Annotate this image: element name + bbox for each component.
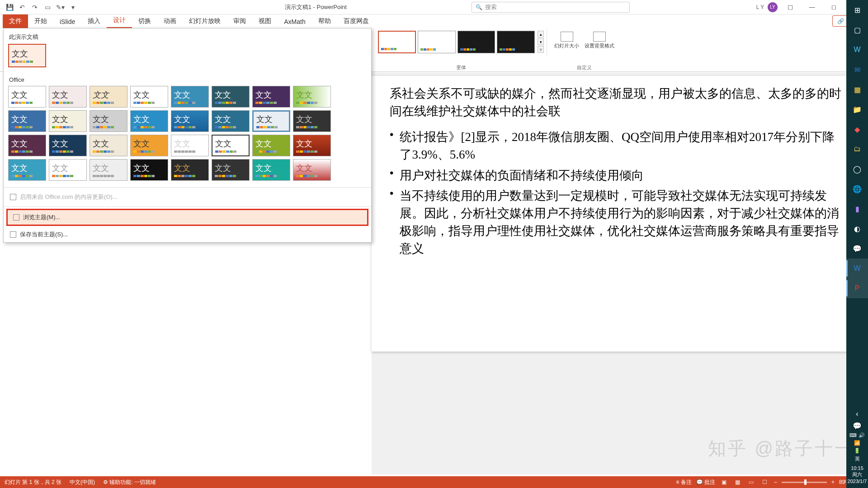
tray-battery-icon[interactable]: 🔋	[854, 447, 860, 455]
theme-thumb-current[interactable]: 文文	[8, 44, 46, 67]
theme-thumb[interactable]: 文文	[130, 159, 168, 181]
avatar[interactable]: LY	[768, 2, 778, 12]
theme-thumb[interactable]: 文文	[293, 159, 331, 181]
tab-animation[interactable]: 动画	[157, 14, 183, 28]
tray-input-volume[interactable]: ⌨ 🔊	[849, 432, 864, 439]
theme-thumb[interactable]: 文文	[212, 135, 250, 156]
theme-thumb[interactable]: 文文	[49, 110, 87, 132]
view-slideshow-icon[interactable]: ☐	[760, 478, 769, 486]
theme-thumb[interactable]: 文文	[130, 86, 168, 108]
variant-thumb-1[interactable]	[378, 31, 416, 53]
theme-thumb[interactable]: 文文	[49, 86, 87, 108]
tab-islide[interactable]: iSlide	[53, 15, 81, 28]
theme-thumb[interactable]: 文文	[293, 135, 331, 156]
taskbar-word2-icon[interactable]: W	[846, 258, 868, 278]
tab-design[interactable]: 设计	[107, 14, 132, 28]
theme-thumb[interactable]: 文文	[212, 110, 250, 132]
dd-browse-themes[interactable]: 浏览主题(M)...	[6, 209, 368, 226]
tab-review[interactable]: 审阅	[227, 14, 252, 28]
theme-thumb[interactable]: 文文	[8, 135, 46, 156]
theme-thumb[interactable]: 文文	[90, 86, 127, 108]
status-notes[interactable]: ≡ 备注	[676, 479, 691, 486]
status-comments[interactable]: 💬 批注	[696, 479, 715, 486]
maximize-icon[interactable]: ◻	[825, 1, 843, 14]
tab-file[interactable]: 文件	[3, 14, 28, 28]
view-sorter-icon[interactable]: ▦	[733, 478, 742, 486]
slide-size-button[interactable]: 幻灯片大小	[553, 31, 580, 50]
ribbon-display-icon[interactable]: ▢	[781, 1, 799, 14]
taskbar-clock[interactable]: 10:15 周六 2023/1/7	[848, 463, 867, 486]
variant-thumb-3[interactable]	[458, 31, 495, 53]
tray-overflow-icon[interactable]: ‹	[846, 408, 868, 420]
theme-thumb[interactable]: 文文	[8, 86, 46, 108]
variant-scroll-up-icon[interactable]: ▴	[538, 31, 544, 38]
view-normal-icon[interactable]: ▣	[720, 478, 729, 486]
theme-thumb[interactable]: 文文	[252, 110, 290, 132]
background-format-button[interactable]: 设置背景格式	[584, 31, 615, 50]
tray-wifi-icon[interactable]: 📶	[854, 439, 860, 447]
tab-baidu[interactable]: 百度网盘	[337, 14, 375, 28]
zoom-in-icon[interactable]: +	[831, 479, 835, 485]
tab-view[interactable]: 视图	[252, 14, 278, 28]
theme-thumb[interactable]: 文文	[293, 86, 331, 108]
theme-thumb[interactable]: 文文	[293, 110, 331, 132]
zoom-out-icon[interactable]: −	[774, 479, 777, 485]
theme-thumb[interactable]: 文文	[8, 159, 46, 181]
zoom-slider[interactable]	[782, 482, 827, 483]
theme-thumb[interactable]: 文文	[252, 86, 290, 108]
status-language[interactable]: 中文(中国)	[70, 479, 95, 486]
tab-home[interactable]: 开始	[28, 14, 53, 28]
theme-thumb[interactable]: 文文	[49, 159, 87, 181]
theme-thumb[interactable]: 文文	[171, 135, 209, 156]
variant-more-icon[interactable]: ▿	[538, 46, 544, 53]
taskbar-purple-icon[interactable]: ▮	[846, 199, 868, 219]
taskbar-chrome-icon[interactable]: 🌐	[846, 179, 868, 199]
tab-slideshow[interactable]: 幻灯片放映	[183, 14, 227, 28]
tab-axmath[interactable]: AxMath	[278, 15, 311, 28]
save-icon[interactable]: 💾	[4, 1, 15, 13]
theme-thumb[interactable]: 文文	[212, 86, 250, 108]
taskbar-chrome-white-icon[interactable]: ◯	[846, 159, 868, 179]
theme-thumb[interactable]: 文文	[171, 110, 209, 132]
status-accessibility[interactable]: ⚙ 辅助功能: 一切就绪	[103, 479, 156, 486]
theme-thumb[interactable]: 文文	[90, 159, 127, 181]
tab-transition[interactable]: 切换	[132, 14, 157, 28]
taskbar-explorer-icon[interactable]: 📁	[846, 99, 868, 119]
variant-scroll-down-icon[interactable]: ▾	[538, 38, 544, 45]
start-icon[interactable]: ⊞	[846, 0, 868, 20]
theme-thumb[interactable]: 文文	[252, 135, 290, 156]
taskbar-powerpoint-icon[interactable]: P	[846, 278, 868, 298]
taskbar-sticky-icon[interactable]: ▦	[846, 80, 868, 99]
theme-thumb[interactable]: 文文	[130, 110, 168, 132]
taskbar-app-red-icon[interactable]: ◆	[846, 119, 868, 139]
redo-icon[interactable]: ↷	[29, 1, 41, 13]
taskbar-word-icon[interactable]: W	[846, 40, 868, 60]
taskbar-wechat-icon[interactable]: 💬	[846, 239, 868, 258]
theme-thumb[interactable]: 文文	[171, 86, 209, 108]
slide-canvas[interactable]: 系社会关系不可或缺的媒介，然而社交逐渐显现，用户被太多的信息、太多的多的时间在线…	[372, 76, 861, 352]
theme-thumb[interactable]: 文文	[130, 135, 168, 156]
variant-thumb-2[interactable]	[418, 31, 456, 53]
search-input[interactable]: 搜索	[472, 2, 630, 13]
view-reading-icon[interactable]: ▭	[747, 478, 756, 486]
theme-thumb[interactable]: 文文	[49, 135, 87, 156]
theme-thumb[interactable]: 文文	[212, 159, 250, 181]
variant-thumb-4[interactable]	[497, 31, 535, 53]
theme-thumb[interactable]: 文文	[171, 159, 209, 181]
theme-thumb[interactable]: 文文	[90, 110, 127, 132]
taskbar-copilot-icon[interactable]: ◐	[846, 219, 868, 239]
taskbar-outlook-icon[interactable]: ✉	[846, 60, 868, 80]
tray-wechat-icon[interactable]: 💬	[846, 420, 868, 432]
ime-indicator[interactable]: 英	[855, 455, 860, 463]
dd-save-current-theme[interactable]: 保存当前主题(S)...	[4, 227, 371, 242]
theme-thumb[interactable]: 文文	[8, 110, 46, 132]
slideshow-from-start-icon[interactable]: ▭	[42, 1, 53, 13]
taskbar-files-icon[interactable]: 🗂	[846, 139, 868, 159]
theme-thumb[interactable]: 文文	[252, 159, 290, 181]
touch-mode-icon[interactable]: ✎▾	[54, 1, 66, 13]
tab-help[interactable]: 帮助	[312, 14, 337, 28]
taskview-icon[interactable]: ▢	[846, 20, 868, 40]
theme-thumb[interactable]: 文文	[90, 135, 127, 156]
tab-insert[interactable]: 插入	[81, 14, 107, 28]
minimize-icon[interactable]: —	[803, 1, 821, 14]
